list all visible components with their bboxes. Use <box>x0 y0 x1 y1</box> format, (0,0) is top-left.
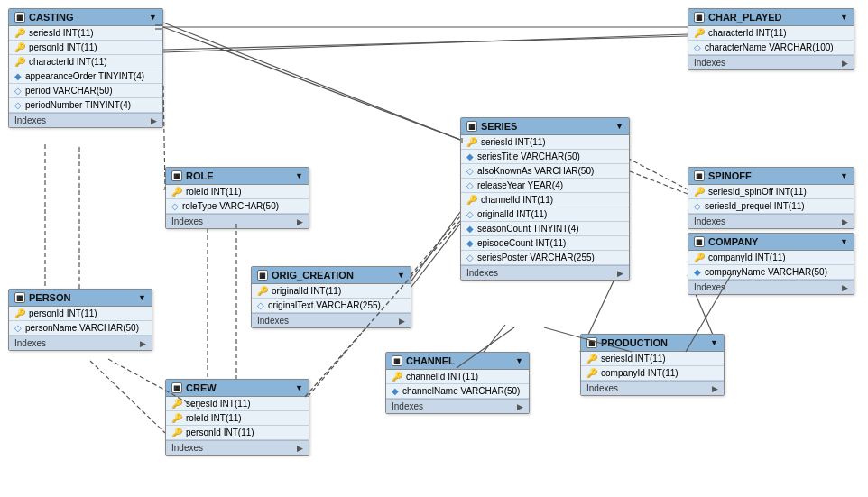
channel-diamond-channelname: ◆ <box>392 386 399 396</box>
orig-creation-field-originalid: 🔑 originalId INT(11) <box>252 284 411 299</box>
series-field-alsoknownas: ◇ alsoKnownAs VARCHAR(50) <box>461 164 629 179</box>
casting-fk-personid: 🔑 <box>14 42 25 52</box>
company-field-companyname: ◆ companyName VARCHAR(50) <box>688 265 854 280</box>
series-fk-channelid: 🔑 <box>466 195 477 205</box>
char-played-field-charactername: ◇ characterName VARCHAR(100) <box>688 41 854 55</box>
series-indexes-label: Indexes <box>466 268 498 278</box>
company-diamond-companyname: ◆ <box>694 267 701 277</box>
company-pk-companyid: 🔑 <box>694 253 705 262</box>
spinoff-field-seriesid-spinoff: 🔑 seriesId_spinOff INT(11) <box>688 185 854 199</box>
production-title: PRODUCTION <box>601 337 668 348</box>
series-field-seriesposter: ◇ seriesPoster VARCHAR(255) <box>461 251 629 265</box>
char-played-title: CHAR_PLAYED <box>708 12 782 23</box>
casting-field-characterid: 🔑 characterId INT(11) <box>9 55 162 69</box>
production-indexes-label: Indexes <box>586 383 618 393</box>
entity-channel-header[interactable]: ▦ CHANNEL ▼ <box>386 353 529 370</box>
entity-series: ▦ SERIES ▼ 🔑 seriesId INT(11) ◆ seriesTi… <box>460 117 630 281</box>
spinoff-dropdown-icon[interactable]: ▼ <box>840 171 848 180</box>
production-dropdown-icon[interactable]: ▼ <box>710 338 718 347</box>
entity-spinoff: ▦ SPINOFF ▼ 🔑 seriesId_spinOff INT(11) ◇… <box>688 167 854 229</box>
series-diamond-alsoknownas: ◇ <box>466 166 474 176</box>
spinoff-indexes-arrow: ▶ <box>842 217 848 226</box>
series-title: SERIES <box>481 121 517 132</box>
entity-production-header[interactable]: ▦ PRODUCTION ▼ <box>581 335 724 352</box>
casting-pk-seriesid: 🔑 <box>14 28 25 38</box>
svg-line-0 <box>163 36 688 50</box>
crew-indexes[interactable]: Indexes ▶ <box>166 440 309 455</box>
crew-field-roleid: 🔑 roleId INT(11) <box>166 411 309 426</box>
company-indexes[interactable]: Indexes ▶ <box>688 280 854 294</box>
entity-casting-header[interactable]: ▦ CASTING ▼ <box>9 9 162 26</box>
entity-company: ▦ COMPANY ▼ 🔑 companyId INT(11) ◆ compan… <box>688 233 854 295</box>
channel-dropdown-icon[interactable]: ▼ <box>515 356 523 365</box>
series-field-originalid: ◇ originalId INT(11) <box>461 207 629 222</box>
entity-series-header[interactable]: ▦ SERIES ▼ <box>461 118 629 135</box>
casting-indexes[interactable]: Indexes ▶ <box>9 113 162 127</box>
role-title: ROLE <box>186 170 214 181</box>
production-field-companyid: 🔑 companyId INT(11) <box>581 366 724 381</box>
company-field-companyid: 🔑 companyId INT(11) <box>688 251 854 265</box>
channel-field-channelid: 🔑 channelId INT(11) <box>386 370 529 384</box>
casting-field-seriesid: 🔑 seriesId INT(11) <box>9 26 162 41</box>
char-played-indexes[interactable]: Indexes ▶ <box>688 55 854 69</box>
svg-line-9 <box>627 158 688 189</box>
spinoff-db-icon: ▦ <box>694 170 705 181</box>
orig-creation-indexes[interactable]: Indexes ▶ <box>252 313 411 327</box>
role-indexes-arrow: ▶ <box>297 217 303 226</box>
production-indexes[interactable]: Indexes ▶ <box>581 381 724 395</box>
entity-orig-creation-header[interactable]: ▦ ORIG_CREATION ▼ <box>252 267 411 284</box>
svg-line-14 <box>163 34 688 52</box>
role-pk-roleid: 🔑 <box>171 187 182 197</box>
series-field-seriestitle: ◆ seriesTitle VARCHAR(50) <box>461 150 629 164</box>
casting-field-personid: 🔑 personId INT(11) <box>9 41 162 55</box>
casting-field-appearanceorder: ◆ appearanceOrder TINYINT(4) <box>9 69 162 84</box>
entity-crew-header[interactable]: ▦ CREW ▼ <box>166 380 309 397</box>
person-diamond-personname: ◇ <box>14 323 22 333</box>
series-dropdown-icon[interactable]: ▼ <box>615 122 623 131</box>
svg-line-20 <box>411 224 460 287</box>
production-indexes-arrow: ▶ <box>712 384 718 393</box>
char-played-indexes-arrow: ▶ <box>842 59 848 68</box>
production-pk-companyid: 🔑 <box>586 368 597 378</box>
casting-fk-characterid: 🔑 <box>14 57 25 67</box>
channel-indexes[interactable]: Indexes ▶ <box>386 399 529 413</box>
series-indexes[interactable]: Indexes ▶ <box>461 265 629 280</box>
person-dropdown-icon[interactable]: ▼ <box>138 293 146 302</box>
crew-indexes-label: Indexes <box>171 443 203 453</box>
orig-creation-dropdown-icon[interactable]: ▼ <box>397 271 405 280</box>
role-field-roleid: 🔑 roleId INT(11) <box>166 185 309 199</box>
person-indexes[interactable]: Indexes ▶ <box>9 336 152 350</box>
crew-field-personid: 🔑 personId INT(11) <box>166 426 309 440</box>
spinoff-title: SPINOFF <box>708 170 752 181</box>
crew-field-seriesid: 🔑 seriesId INT(11) <box>166 397 309 411</box>
entity-role-header[interactable]: ▦ ROLE ▼ <box>166 168 309 185</box>
series-field-channelid: 🔑 channelId INT(11) <box>461 193 629 207</box>
svg-line-22 <box>630 171 688 194</box>
series-field-releaseyear: ◇ releaseYear YEAR(4) <box>461 179 629 193</box>
role-dropdown-icon[interactable]: ▼ <box>295 171 303 180</box>
series-diamond-seriestitle: ◆ <box>466 152 474 161</box>
orig-creation-field-originaltext: ◇ originalText VARCHAR(255) <box>252 299 411 313</box>
crew-dropdown-icon[interactable]: ▼ <box>295 383 303 392</box>
crew-fk-roleid: 🔑 <box>171 413 182 423</box>
entity-char-played-header[interactable]: ▦ CHAR_PLAYED ▼ <box>688 9 854 26</box>
spinoff-indexes[interactable]: Indexes ▶ <box>688 214 854 228</box>
channel-field-channelname: ◆ channelName VARCHAR(50) <box>386 384 529 399</box>
role-indexes[interactable]: Indexes ▶ <box>166 214 309 228</box>
crew-pk-personid: 🔑 <box>171 428 182 437</box>
entity-casting: ▦ CASTING ▼ 🔑 seriesId INT(11) 🔑 personI… <box>8 8 163 128</box>
spinoff-indexes-label: Indexes <box>694 216 725 226</box>
casting-db-icon: ▦ <box>14 12 25 23</box>
role-field-roletype: ◇ roleType VARCHAR(50) <box>166 199 309 214</box>
channel-pk-channelid: 🔑 <box>392 372 402 382</box>
entity-char-played: ▦ CHAR_PLAYED ▼ 🔑 characterId INT(11) ◇ … <box>688 8 854 70</box>
person-indexes-label: Indexes <box>14 338 46 348</box>
production-pk-seriesid: 🔑 <box>586 354 597 364</box>
casting-dropdown-icon[interactable]: ▼ <box>149 13 157 22</box>
entity-company-header[interactable]: ▦ COMPANY ▼ <box>688 234 854 251</box>
entity-person-header[interactable]: ▦ PERSON ▼ <box>9 290 152 307</box>
company-dropdown-icon[interactable]: ▼ <box>840 237 848 246</box>
entity-spinoff-header[interactable]: ▦ SPINOFF ▼ <box>688 168 854 185</box>
char-played-dropdown-icon[interactable]: ▼ <box>840 13 848 22</box>
svg-line-1 <box>163 23 460 140</box>
